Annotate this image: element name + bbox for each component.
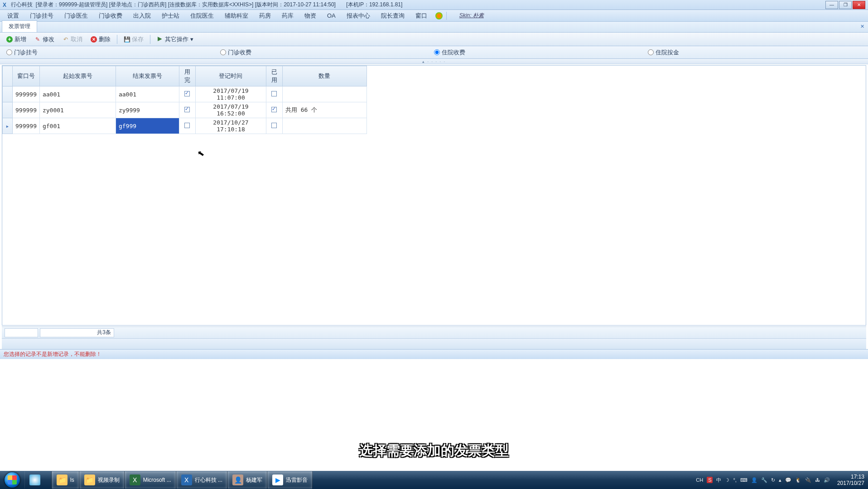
tray-expand-icon[interactable]: ▴ (779, 477, 781, 483)
cell-start[interactable]: aa001 (39, 86, 116, 102)
save-label: 保存 (132, 35, 144, 43)
col-end-invoice[interactable]: 结束发票号 (116, 66, 179, 86)
tray-keyboard-icon[interactable]: ⌨ (740, 477, 747, 483)
cell-qty[interactable] (282, 86, 366, 102)
radio-inpatient-deposit[interactable]: 住院按金 (648, 48, 862, 57)
tray-lang-icon[interactable]: 中 (716, 477, 721, 484)
menu-nurse[interactable]: 护士站 (157, 11, 184, 21)
table-row[interactable]: 999999zy0001zy99992017/07/19 16:52:00共用 … (3, 102, 367, 118)
cell-done[interactable] (179, 118, 195, 134)
taskbar-thunder[interactable]: ▶迅雷影音 (267, 471, 313, 489)
tab-close-icon[interactable]: ✕ (860, 24, 864, 29)
col-start-invoice[interactable]: 起始发票号 (39, 66, 116, 86)
cell-end[interactable]: aa001 (116, 86, 179, 102)
menu-druglib[interactable]: 药库 (277, 11, 298, 21)
cell-end[interactable]: zy9999 (116, 102, 179, 118)
taskbar-label: Microsoft ... (143, 477, 171, 483)
col-used[interactable]: 已用 (266, 66, 282, 86)
cancel-label: 取消 (71, 35, 82, 43)
cell-qty[interactable] (282, 118, 366, 134)
add-button[interactable]: +新增 (3, 34, 30, 45)
radio-label: 门诊挂号 (14, 48, 38, 57)
cell-done[interactable] (179, 86, 195, 102)
skin-link[interactable]: Skin: 朴素 (459, 12, 484, 19)
menu-pharmacy[interactable]: 药房 (255, 11, 275, 21)
tray-usb-icon[interactable]: 🔌 (805, 477, 811, 483)
more-actions-button[interactable]: ⯈其它操作 ▾ (153, 34, 197, 45)
cell-used[interactable] (266, 118, 282, 134)
col-done[interactable]: 用完 (179, 66, 195, 86)
menu-settings[interactable]: 设置 (3, 11, 24, 21)
radio-inpatient-fee[interactable]: 住院收费 (434, 48, 648, 57)
tray-moon-icon[interactable]: ☽ (725, 477, 729, 483)
checkbox-icon[interactable] (271, 107, 277, 112)
taskbar-folder-ls[interactable]: 📁ls (52, 471, 79, 489)
table-row[interactable]: ▸999999gf001gf9992017/10/27 17:10:18 (3, 118, 367, 134)
tray-network-icon[interactable]: 🖧 (815, 477, 820, 483)
checkbox-icon[interactable] (184, 123, 190, 128)
menu-outpatient-fee[interactable]: 门诊收费 (94, 11, 127, 21)
taskbar-label: 视频录制 (98, 476, 120, 484)
cell-window[interactable]: 999999 (13, 118, 40, 134)
radio-outpatient-register[interactable]: 门诊挂号 (6, 48, 220, 57)
cell-window[interactable]: 999999 (13, 102, 40, 118)
collapse-handle[interactable]: ▴ · · · · · (0, 59, 868, 64)
col-reg-time[interactable]: 登记时间 (195, 66, 266, 86)
menu-inpatient-doctor[interactable]: 住院医生 (186, 11, 218, 21)
menu-aux-dept[interactable]: 辅助科室 (220, 11, 253, 21)
taskbar-excel[interactable]: XMicrosoft ... (125, 471, 176, 489)
minimize-button[interactable]: — (825, 1, 838, 9)
taskbar-browser[interactable] (24, 471, 52, 489)
tray-refresh-icon[interactable]: ↻ (771, 477, 775, 483)
taskbar-folder-record[interactable]: 📁视频录制 (79, 471, 125, 489)
tab-invoice-manage[interactable]: 发票管理 (2, 20, 37, 32)
tray-qq-icon[interactable]: 🐧 (795, 477, 801, 483)
menu-report[interactable]: 报表中心 (342, 11, 375, 21)
cell-start[interactable]: gf001 (39, 118, 116, 134)
tray-user-icon[interactable]: 👤 (751, 477, 757, 483)
checkbox-icon[interactable] (184, 91, 190, 96)
taskbar-contact[interactable]: 👤杨建军 (227, 471, 267, 489)
checkbox-icon[interactable] (271, 91, 277, 96)
cell-used[interactable] (266, 86, 282, 102)
close-button[interactable]: ✕ (853, 1, 865, 9)
tray-wrench-icon[interactable]: 🔧 (761, 477, 767, 483)
table-row[interactable]: 999999aa001aa0012017/07/19 11:07:00 (3, 86, 367, 102)
radio-outpatient-fee[interactable]: 门诊收费 (220, 48, 434, 57)
menu-outpatient-register[interactable]: 门诊挂号 (25, 11, 58, 21)
browser-icon (29, 475, 40, 485)
cell-used[interactable] (266, 102, 282, 118)
checkbox-icon[interactable] (271, 123, 277, 128)
col-qty[interactable]: 数量 (282, 66, 366, 86)
cell-done[interactable] (179, 102, 195, 118)
menu-outpatient-doctor[interactable]: 门诊医生 (60, 11, 92, 21)
col-window[interactable]: 窗口号 (13, 66, 40, 86)
menu-window[interactable]: 窗口 (411, 11, 432, 21)
page-input[interactable] (5, 328, 38, 337)
menu-director-query[interactable]: 院长查询 (376, 11, 409, 21)
cell-time[interactable]: 2017/10/27 17:10:18 (195, 118, 266, 134)
taskbar-clock[interactable]: 17:13 2017/10/27 (834, 474, 868, 487)
menu-admission[interactable]: 出入院 (129, 11, 155, 21)
start-button[interactable] (0, 471, 24, 489)
delete-button[interactable]: ×删除 (87, 34, 114, 45)
edit-button[interactable]: ✎修改 (31, 34, 58, 45)
checkbox-icon[interactable] (184, 107, 190, 112)
tray-wechat-icon[interactable]: 💬 (785, 477, 791, 483)
radio-label: 住院收费 (442, 48, 465, 57)
cell-end[interactable]: gf999 (116, 118, 179, 134)
cell-window[interactable]: 999999 (13, 86, 40, 102)
tray-ime[interactable]: CH (696, 477, 703, 483)
taskbar-app[interactable]: X行心科技 ... (176, 471, 227, 489)
menu-oa[interactable]: OA (323, 11, 340, 20)
menu-material[interactable]: 物资 (300, 11, 321, 21)
cell-start[interactable]: zy0001 (39, 102, 116, 118)
tray-sogou-icon[interactable]: S (707, 477, 713, 483)
tray-sound-icon[interactable]: 🔊 (824, 477, 830, 483)
theme-palette-icon[interactable] (435, 12, 443, 19)
cell-time[interactable]: 2017/07/19 11:07:00 (195, 86, 266, 102)
maximize-button[interactable]: ❐ (839, 1, 852, 9)
cell-qty[interactable]: 共用 66 个 (282, 102, 366, 118)
tray-punct-icon[interactable]: °, (733, 477, 736, 483)
cell-time[interactable]: 2017/07/19 16:52:00 (195, 102, 266, 118)
